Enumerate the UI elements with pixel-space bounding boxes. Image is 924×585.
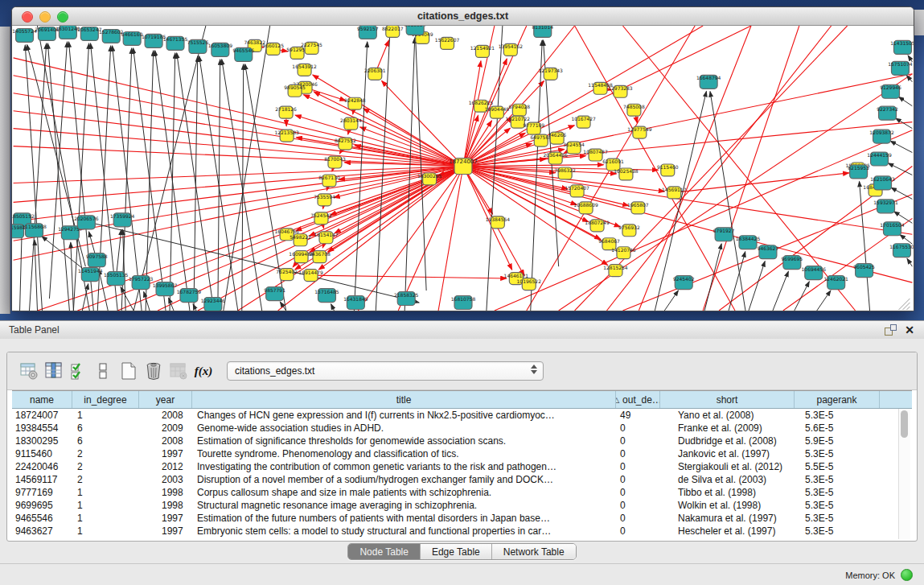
graph-edge[interactable] <box>891 187 912 199</box>
graph-edge[interactable] <box>218 60 220 311</box>
column-header-out_de[interactable]: △out_de… <box>616 391 660 408</box>
table-row[interactable]: 977716911998Corpus callosum shape and si… <box>12 486 912 499</box>
graph-node-label: 5498222 <box>290 234 311 240</box>
table-panel-title: Table Panel <box>0 324 60 336</box>
graph-edge[interactable] <box>729 252 745 311</box>
graph-edge[interactable] <box>639 26 751 311</box>
table-row[interactable]: 1830029562008Estimation of significance … <box>12 435 912 447</box>
graph-edge[interactable] <box>295 115 463 166</box>
column-header-in_degree[interactable]: in_degree <box>72 391 139 408</box>
column-header-short[interactable]: short <box>660 391 795 408</box>
graph-node-label: 9857791 <box>264 287 285 293</box>
column-header-title[interactable]: title <box>192 391 616 408</box>
network-window-titlebar[interactable]: citations_edges.txt <box>12 7 914 26</box>
graph-edge[interactable] <box>20 229 23 311</box>
right-panel-edge <box>913 10 924 35</box>
table-cell: Nakamura et al. (1997) <box>660 512 795 525</box>
tab-node-table[interactable]: Node Table <box>348 544 421 559</box>
graph-edge[interactable] <box>30 43 47 311</box>
graph-edge[interactable] <box>795 282 809 311</box>
graph-node-label: 10688609 <box>573 202 598 208</box>
graph-edge[interactable] <box>144 292 150 311</box>
graph-edge[interactable] <box>169 298 174 311</box>
graph-edge[interactable] <box>817 290 831 311</box>
graph-edge[interactable] <box>170 53 175 311</box>
graph-edge[interactable] <box>331 304 335 311</box>
deselect-all-icon[interactable] <box>93 360 114 381</box>
graph-edge[interactable] <box>890 141 912 152</box>
table-options-icon[interactable] <box>18 360 39 381</box>
network-window[interactable]: citations_edges.txt 18724007183002959242… <box>11 6 914 311</box>
graph-edge[interactable] <box>14 93 463 167</box>
graph-node-label: 11156868 <box>22 224 47 229</box>
table-scrollbar[interactable] <box>898 409 910 539</box>
table-cell: 49 <box>616 409 660 422</box>
graph-edge[interactable] <box>25 45 42 311</box>
tab-network-table[interactable]: Network Table <box>492 544 576 559</box>
graph-edge[interactable] <box>71 242 73 311</box>
graph-edge[interactable] <box>354 42 367 311</box>
graph-edge[interactable] <box>311 275 507 278</box>
graph-node-teal[interactable] <box>406 26 424 35</box>
delete-trash-icon[interactable] <box>143 360 164 381</box>
column-header-name[interactable]: name <box>12 391 72 408</box>
graph-edge[interactable] <box>14 76 463 167</box>
tab-edge-table[interactable]: Edge Table <box>421 544 492 559</box>
scrollbar-thumb[interactable] <box>901 410 908 438</box>
graph-edge[interactable] <box>177 53 214 311</box>
graph-node-label: 14671355 <box>163 36 188 42</box>
graph-edge[interactable] <box>898 97 912 105</box>
graph-edge[interactable] <box>194 56 198 311</box>
graph-edge[interactable] <box>224 26 270 311</box>
graph-edge[interactable] <box>314 92 463 166</box>
graph-edge[interactable] <box>438 167 463 311</box>
graph-edge[interactable] <box>674 173 848 193</box>
graph-edge[interactable] <box>14 111 463 167</box>
zoom-window-button[interactable] <box>57 11 68 23</box>
table-row[interactable]: 946554611997Estimation of the future num… <box>12 512 912 525</box>
graph-edge[interactable] <box>313 75 463 166</box>
table-cell: 1 <box>72 486 139 499</box>
graph-edge[interactable] <box>749 262 765 311</box>
graph-edge[interactable] <box>14 58 463 167</box>
show-columns-icon[interactable] <box>43 360 64 381</box>
select-all-icon[interactable] <box>68 360 89 381</box>
table-row[interactable]: 911546021997Tourette syndrome. Phenomeno… <box>12 447 912 460</box>
close-panel-icon[interactable]: ✕ <box>905 324 914 336</box>
graph-edge[interactable] <box>907 258 912 266</box>
float-panel-icon[interactable] <box>885 324 897 336</box>
window-title: citations_edges.txt <box>417 10 508 22</box>
column-header-year[interactable]: year <box>139 391 192 408</box>
graph-edge[interactable] <box>906 76 912 82</box>
resize-grip[interactable] <box>902 303 910 310</box>
graph-node-label: 12213583 <box>274 130 299 135</box>
table-row[interactable]: 1938455462009Genome-wide association stu… <box>12 422 912 435</box>
function-builder-icon[interactable]: f(x) <box>193 360 214 381</box>
table-selector-dropdown[interactable]: citations_edges.txt <box>227 361 544 381</box>
network-view[interactable]: 1872400718300295924284828031448427552817… <box>12 26 914 311</box>
table-cell: 2 <box>72 447 139 460</box>
graph-edge[interactable] <box>49 42 67 299</box>
graph-edge[interactable] <box>900 235 912 245</box>
graph-node-label: 14569117 <box>662 187 687 192</box>
new-column-icon[interactable] <box>118 360 139 381</box>
graph-edge[interactable] <box>773 271 788 311</box>
minimize-window-button[interactable] <box>39 11 51 23</box>
close-window-button[interactable] <box>22 11 33 23</box>
graph-edge[interactable] <box>463 165 604 167</box>
graph-edge[interactable] <box>35 240 38 311</box>
table-row[interactable]: 1872400712008Changes of HCN gene express… <box>12 409 912 422</box>
graph-edge[interactable] <box>133 26 206 311</box>
resize-grip[interactable] <box>906 307 910 310</box>
column-header-pagerank[interactable]: pagerank <box>795 391 880 408</box>
graph-edge[interactable] <box>463 74 912 167</box>
table-row[interactable]: 969969511998Structural magnetic resonanc… <box>12 499 912 512</box>
table-row[interactable]: 1456911722003Disruption of a novel membe… <box>12 473 912 486</box>
table-row[interactable]: 2242004622012Investigating the contribut… <box>12 460 912 473</box>
stepper-arrows-icon <box>531 365 537 374</box>
table-cell: 0 <box>616 512 660 525</box>
graph-edge[interactable] <box>531 40 542 311</box>
graph-node-label: 12154921 <box>470 45 495 51</box>
graph-edge[interactable] <box>860 181 870 311</box>
table-row[interactable]: 946362711997Embryonic stem cells: a mode… <box>12 525 912 538</box>
